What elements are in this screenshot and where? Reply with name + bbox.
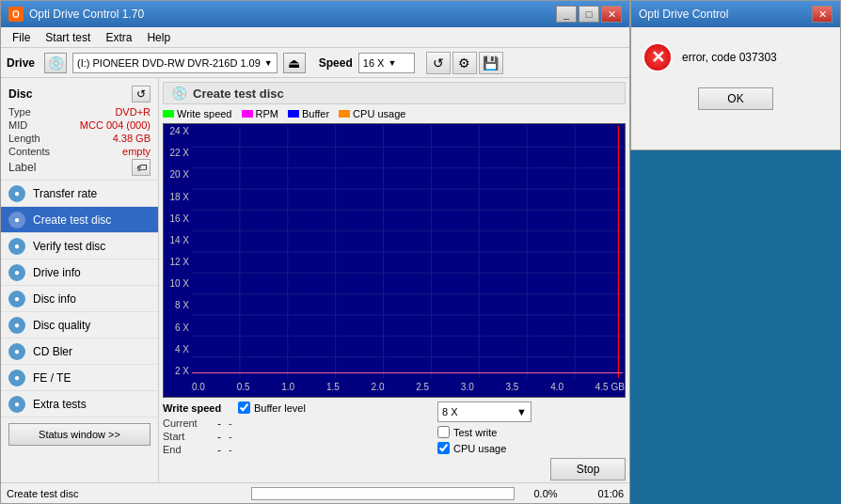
- chart-area: [192, 126, 623, 378]
- panel-title-bar: 💿 Create test disc: [163, 82, 626, 104]
- end-row: End - -: [163, 444, 430, 455]
- nav-icon-6: ●: [8, 343, 25, 360]
- disc-title: Disc: [8, 87, 32, 101]
- error-icon: ✕: [643, 42, 673, 72]
- chart-container: 24 X 22 X 20 X 18 X 16 X 14 X 12 X 10 X …: [163, 123, 626, 398]
- main-panel: 💿 Create test disc Write speed RPM Buffe…: [159, 78, 629, 484]
- buffer-level-checkbox[interactable]: [238, 402, 250, 414]
- menu-bar: File Start test Extra Help: [1, 27, 629, 48]
- y-label-18: 18 X: [164, 192, 192, 202]
- drive-icon-button[interactable]: 💿: [44, 53, 67, 73]
- left-controls: Write speed Buffer level Current - - Sta…: [163, 402, 430, 480]
- disc-refresh-button[interactable]: ↺: [132, 86, 151, 102]
- menu-file[interactable]: File: [5, 29, 38, 46]
- minimize-button[interactable]: _: [556, 6, 577, 23]
- end-dash: -: [210, 444, 229, 455]
- y-label-14: 14 X: [164, 235, 192, 245]
- disc-length-label: Length: [8, 133, 40, 144]
- nav-item-drive-info[interactable]: ●Drive info: [1, 260, 158, 286]
- error-title-bar: Opti Drive Control ✕: [631, 1, 840, 27]
- cpu-usage-label: CPU usage: [453, 443, 506, 454]
- status-window-button[interactable]: Status window >>: [8, 423, 151, 446]
- write-speed-row: Write speed Buffer level: [163, 402, 430, 414]
- nav-icon-2: ●: [8, 238, 25, 255]
- menu-start-test[interactable]: Start test: [38, 29, 98, 46]
- menu-help[interactable]: Help: [139, 29, 178, 46]
- x-label-0: 0.0: [192, 382, 205, 395]
- y-label-24: 24 X: [164, 126, 192, 136]
- speed-label: Speed: [319, 56, 353, 70]
- close-button[interactable]: ✕: [601, 6, 622, 23]
- x-label-3: 3.0: [461, 382, 474, 395]
- save-icon[interactable]: 💾: [479, 52, 503, 74]
- legend-cpu-color: [339, 110, 350, 118]
- test-write-checkbox[interactable]: [437, 426, 450, 438]
- cpu-usage-checkbox[interactable]: [437, 442, 450, 454]
- speed-select-value: 16 X: [363, 57, 385, 69]
- menu-extra[interactable]: Extra: [98, 29, 139, 46]
- eject-button[interactable]: ⏏: [283, 53, 306, 73]
- drive-select[interactable]: (I:) PIONEER DVD-RW DVR-216D 1.09 ▼: [72, 53, 278, 73]
- disc-label-button[interactable]: 🏷: [132, 159, 151, 176]
- stop-button[interactable]: Stop: [550, 458, 626, 480]
- x-label-05: 0.5: [237, 382, 250, 395]
- legend-cpu-label: CPU usage: [353, 108, 405, 119]
- nav-item-cd-bler[interactable]: ●CD Bler: [1, 339, 158, 365]
- speed-chevron: ▼: [388, 58, 396, 68]
- main-window: O Opti Drive Control 1.70 _ □ ✕ File Sta…: [0, 0, 630, 504]
- nav-item-create-test-disc[interactable]: ●Create test disc: [1, 207, 158, 233]
- disc-type-row: Type DVD+R: [8, 106, 151, 118]
- start-dash: -: [210, 431, 229, 442]
- disc-label-label: Label: [8, 161, 36, 174]
- current-row: Current - -: [163, 417, 430, 429]
- app-icon: O: [8, 7, 24, 22]
- settings-icon[interactable]: ⚙: [452, 52, 477, 74]
- disc-header: Disc ↺: [8, 86, 151, 102]
- nav-icon-1: ●: [8, 212, 25, 228]
- x-label-4: 4.0: [550, 382, 563, 395]
- status-bar: Create test disc 0.0% 01:06: [1, 482, 629, 503]
- end-value: -: [229, 444, 232, 455]
- buffer-level-label: Buffer level: [254, 402, 306, 414]
- nav-label-6: CD Bler: [33, 345, 72, 358]
- y-label-22: 22 X: [164, 148, 192, 158]
- maximize-button[interactable]: □: [579, 6, 599, 23]
- bottom-controls: Write speed Buffer level Current - - Sta…: [163, 402, 626, 480]
- nav-item-verify-test-disc[interactable]: ●Verify test disc: [1, 233, 158, 260]
- legend-cpu: CPU usage: [339, 108, 405, 119]
- y-label-10: 10 X: [164, 278, 192, 289]
- drive-bar: Drive 💿 (I:) PIONEER DVD-RW DVR-216D 1.0…: [1, 48, 629, 78]
- legend-rpm-color: [242, 110, 253, 118]
- legend-buffer-label: Buffer: [302, 108, 329, 119]
- nav-label-0: Transfer rate: [33, 187, 97, 200]
- error-close-button[interactable]: ✕: [812, 6, 833, 23]
- refresh-icon[interactable]: ↺: [426, 52, 451, 74]
- speed-dropdown-arrow: ▼: [516, 406, 527, 417]
- drive-label: Drive: [7, 56, 35, 70]
- status-text: Create test disc: [7, 488, 244, 499]
- disc-length-value: 4.38 GB: [113, 133, 151, 144]
- x-label-1: 1.0: [281, 382, 294, 395]
- speed-select[interactable]: 16 X ▼: [358, 53, 415, 73]
- write-speed-dropdown[interactable]: 8 X ▼: [437, 402, 532, 422]
- y-label-16: 16 X: [164, 213, 192, 224]
- nav-item-fe--te[interactable]: ●FE / TE: [1, 365, 158, 391]
- disc-label-row: Label 🏷: [8, 159, 151, 176]
- test-write-label: Test write: [453, 427, 497, 438]
- toolbar-icons: ↺ ⚙ 💾: [426, 52, 503, 74]
- nav-item-transfer-rate[interactable]: ●Transfer rate: [1, 181, 158, 207]
- y-label-6: 6 X: [164, 323, 192, 333]
- error-dialog: Opti Drive Control ✕ ✕ error, code 03730…: [630, 0, 841, 150]
- legend-rpm: RPM: [242, 108, 278, 119]
- disc-type-label: Type: [8, 106, 31, 118]
- sidebar: Disc ↺ Type DVD+R MID MCC 004 (000) Leng…: [1, 78, 159, 484]
- nav-item-extra-tests[interactable]: ●Extra tests: [1, 391, 158, 417]
- nav-item-disc-info[interactable]: ●Disc info: [1, 286, 158, 312]
- progress-pct: 0.0%: [522, 488, 569, 499]
- nav-item-disc-quality[interactable]: ●Disc quality: [1, 312, 158, 339]
- speed-dropdown-value: 8 X: [442, 406, 458, 417]
- disc-mid-label: MID: [8, 119, 27, 131]
- content-area: Disc ↺ Type DVD+R MID MCC 004 (000) Leng…: [1, 78, 629, 484]
- error-ok-button[interactable]: OK: [698, 87, 773, 110]
- start-label: Start: [163, 431, 210, 442]
